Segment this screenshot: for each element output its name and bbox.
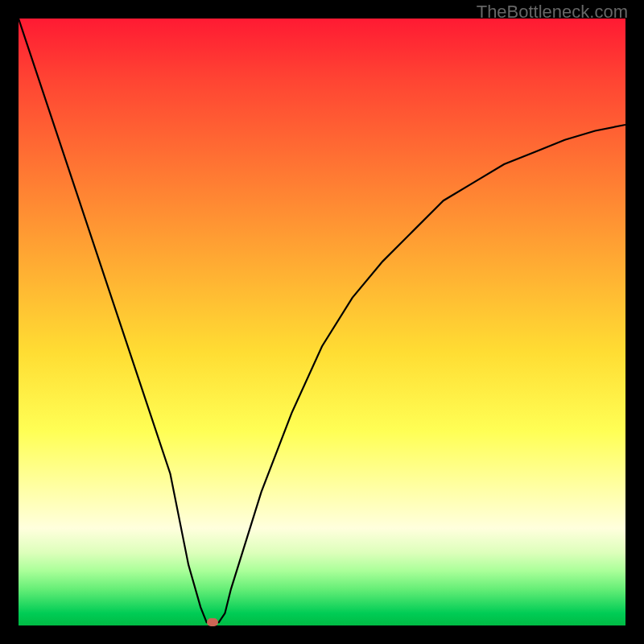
bottleneck-curve: [19, 19, 625, 625]
chart-plot-area: [19, 19, 625, 625]
watermark-text: TheBottleneck.com: [477, 2, 628, 23]
optimal-point-marker: [207, 618, 218, 626]
